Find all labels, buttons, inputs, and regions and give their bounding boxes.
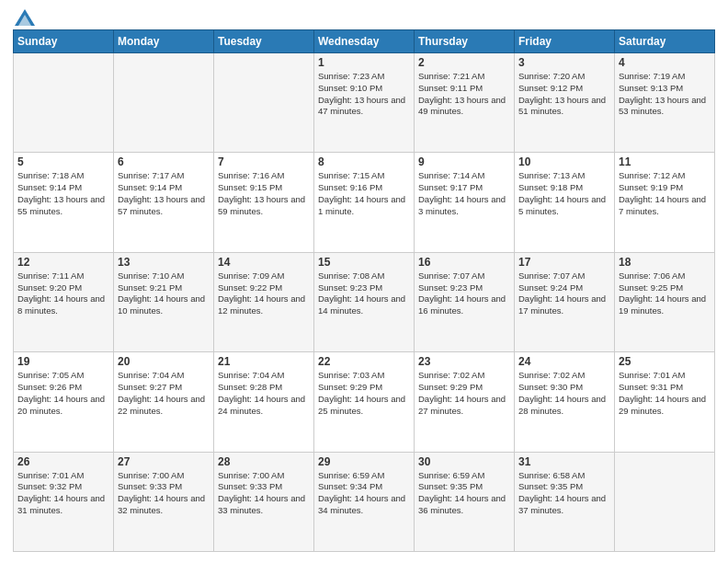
day-cell: 21Sunrise: 7:04 AM Sunset: 9:28 PM Dayli… (214, 352, 314, 452)
day-cell: 20Sunrise: 7:04 AM Sunset: 9:27 PM Dayli… (114, 352, 214, 452)
calendar: SundayMondayTuesdayWednesdayThursdayFrid… (13, 29, 715, 552)
week-row-0: 1Sunrise: 7:23 AM Sunset: 9:10 PM Daylig… (14, 53, 715, 153)
day-number: 17 (518, 256, 610, 269)
day-header-tuesday: Tuesday (214, 30, 314, 53)
day-number: 30 (418, 455, 510, 468)
day-number: 23 (418, 355, 510, 368)
day-number: 5 (17, 155, 109, 168)
day-number: 12 (17, 256, 109, 269)
day-number: 10 (518, 155, 610, 168)
day-info: Sunrise: 7:13 AM Sunset: 9:18 PM Dayligh… (518, 170, 610, 217)
day-cell: 22Sunrise: 7:03 AM Sunset: 9:29 PM Dayli… (314, 352, 415, 452)
day-cell (214, 53, 314, 153)
day-info: Sunrise: 7:02 AM Sunset: 9:30 PM Dayligh… (518, 370, 610, 417)
day-cell: 6Sunrise: 7:17 AM Sunset: 9:14 PM Daylig… (114, 153, 214, 252)
day-info: Sunrise: 6:58 AM Sunset: 9:35 PM Dayligh… (518, 470, 610, 517)
day-cell: 30Sunrise: 6:59 AM Sunset: 9:35 PM Dayli… (415, 452, 515, 551)
day-info: Sunrise: 7:04 AM Sunset: 9:27 PM Dayligh… (118, 370, 210, 417)
day-cell: 24Sunrise: 7:02 AM Sunset: 9:30 PM Dayli… (515, 352, 615, 452)
day-cell: 1Sunrise: 7:23 AM Sunset: 9:10 PM Daylig… (314, 53, 415, 153)
day-info: Sunrise: 7:02 AM Sunset: 9:29 PM Dayligh… (418, 370, 510, 417)
day-info: Sunrise: 7:04 AM Sunset: 9:28 PM Dayligh… (218, 370, 310, 417)
header (13, 11, 715, 22)
day-info: Sunrise: 7:23 AM Sunset: 9:10 PM Dayligh… (318, 71, 410, 118)
day-number: 29 (318, 455, 410, 468)
day-info: Sunrise: 7:20 AM Sunset: 9:12 PM Dayligh… (518, 71, 610, 118)
day-cell: 29Sunrise: 6:59 AM Sunset: 9:34 PM Dayli… (314, 452, 415, 551)
day-info: Sunrise: 7:17 AM Sunset: 9:14 PM Dayligh… (118, 170, 210, 217)
day-cell: 9Sunrise: 7:14 AM Sunset: 9:17 PM Daylig… (415, 153, 515, 252)
day-info: Sunrise: 7:21 AM Sunset: 9:11 PM Dayligh… (418, 71, 510, 118)
day-header-sunday: Sunday (14, 30, 114, 53)
day-number: 15 (318, 256, 410, 269)
day-number: 25 (619, 355, 711, 368)
week-row-2: 12Sunrise: 7:11 AM Sunset: 9:20 PM Dayli… (14, 252, 715, 351)
day-cell: 18Sunrise: 7:06 AM Sunset: 9:25 PM Dayli… (615, 252, 715, 351)
day-cell: 12Sunrise: 7:11 AM Sunset: 9:20 PM Dayli… (14, 252, 114, 351)
day-info: Sunrise: 7:03 AM Sunset: 9:29 PM Dayligh… (318, 370, 410, 417)
day-cell: 17Sunrise: 7:07 AM Sunset: 9:24 PM Dayli… (515, 252, 615, 351)
day-number: 2 (418, 56, 510, 69)
day-cell: 26Sunrise: 7:01 AM Sunset: 9:32 PM Dayli… (14, 452, 114, 551)
day-number: 21 (218, 355, 310, 368)
day-cell: 31Sunrise: 6:58 AM Sunset: 9:35 PM Dayli… (515, 452, 615, 551)
day-info: Sunrise: 7:19 AM Sunset: 9:13 PM Dayligh… (619, 71, 711, 118)
day-number: 27 (118, 455, 210, 468)
day-info: Sunrise: 7:01 AM Sunset: 9:32 PM Dayligh… (17, 470, 109, 517)
day-cell: 8Sunrise: 7:15 AM Sunset: 9:16 PM Daylig… (314, 153, 415, 252)
day-number: 14 (218, 256, 310, 269)
day-info: Sunrise: 7:07 AM Sunset: 9:23 PM Dayligh… (418, 270, 510, 317)
day-header-saturday: Saturday (615, 30, 715, 53)
day-number: 26 (17, 455, 109, 468)
day-cell (615, 452, 715, 551)
day-number: 16 (418, 256, 510, 269)
calendar-header-row: SundayMondayTuesdayWednesdayThursdayFrid… (14, 30, 715, 53)
day-header-wednesday: Wednesday (314, 30, 415, 53)
day-number: 18 (619, 256, 711, 269)
day-info: Sunrise: 7:01 AM Sunset: 9:31 PM Dayligh… (619, 370, 711, 417)
day-cell: 13Sunrise: 7:10 AM Sunset: 9:21 PM Dayli… (114, 252, 214, 351)
day-cell: 25Sunrise: 7:01 AM Sunset: 9:31 PM Dayli… (615, 352, 715, 452)
week-row-3: 19Sunrise: 7:05 AM Sunset: 9:26 PM Dayli… (14, 352, 715, 452)
day-number: 6 (118, 155, 210, 168)
day-cell: 2Sunrise: 7:21 AM Sunset: 9:11 PM Daylig… (415, 53, 515, 153)
day-info: Sunrise: 7:07 AM Sunset: 9:24 PM Dayligh… (518, 270, 610, 317)
day-cell: 14Sunrise: 7:09 AM Sunset: 9:22 PM Dayli… (214, 252, 314, 351)
day-cell: 4Sunrise: 7:19 AM Sunset: 9:13 PM Daylig… (615, 53, 715, 153)
day-info: Sunrise: 7:09 AM Sunset: 9:22 PM Dayligh… (218, 270, 310, 317)
day-info: Sunrise: 7:12 AM Sunset: 9:19 PM Dayligh… (619, 170, 711, 217)
day-info: Sunrise: 7:00 AM Sunset: 9:33 PM Dayligh… (218, 470, 310, 517)
day-number: 28 (218, 455, 310, 468)
day-info: Sunrise: 7:08 AM Sunset: 9:23 PM Dayligh… (318, 270, 410, 317)
day-header-friday: Friday (515, 30, 615, 53)
day-info: Sunrise: 7:05 AM Sunset: 9:26 PM Dayligh… (17, 370, 109, 417)
day-number: 22 (318, 355, 410, 368)
week-row-1: 5Sunrise: 7:18 AM Sunset: 9:14 PM Daylig… (14, 153, 715, 252)
day-info: Sunrise: 7:00 AM Sunset: 9:33 PM Dayligh… (118, 470, 210, 517)
day-number: 19 (17, 355, 109, 368)
day-cell: 7Sunrise: 7:16 AM Sunset: 9:15 PM Daylig… (214, 153, 314, 252)
day-cell (114, 53, 214, 153)
day-number: 7 (218, 155, 310, 168)
day-cell: 5Sunrise: 7:18 AM Sunset: 9:14 PM Daylig… (14, 153, 114, 252)
page: SundayMondayTuesdayWednesdayThursdayFrid… (0, 0, 728, 563)
day-cell: 27Sunrise: 7:00 AM Sunset: 9:33 PM Dayli… (114, 452, 214, 551)
day-header-thursday: Thursday (415, 30, 515, 53)
day-info: Sunrise: 7:16 AM Sunset: 9:15 PM Dayligh… (218, 170, 310, 217)
week-row-4: 26Sunrise: 7:01 AM Sunset: 9:32 PM Dayli… (14, 452, 715, 551)
day-cell: 15Sunrise: 7:08 AM Sunset: 9:23 PM Dayli… (314, 252, 415, 351)
day-cell (14, 53, 114, 153)
day-info: Sunrise: 6:59 AM Sunset: 9:35 PM Dayligh… (418, 470, 510, 517)
day-header-monday: Monday (114, 30, 214, 53)
day-number: 4 (619, 56, 711, 69)
day-number: 3 (518, 56, 610, 69)
day-info: Sunrise: 6:59 AM Sunset: 9:34 PM Dayligh… (318, 470, 410, 517)
day-info: Sunrise: 7:15 AM Sunset: 9:16 PM Dayligh… (318, 170, 410, 217)
day-number: 24 (518, 355, 610, 368)
day-cell: 11Sunrise: 7:12 AM Sunset: 9:19 PM Dayli… (615, 153, 715, 252)
day-number: 11 (619, 155, 711, 168)
day-info: Sunrise: 7:11 AM Sunset: 9:20 PM Dayligh… (17, 270, 109, 317)
day-cell: 28Sunrise: 7:00 AM Sunset: 9:33 PM Dayli… (214, 452, 314, 551)
logo-icon (15, 9, 35, 26)
day-number: 8 (318, 155, 410, 168)
